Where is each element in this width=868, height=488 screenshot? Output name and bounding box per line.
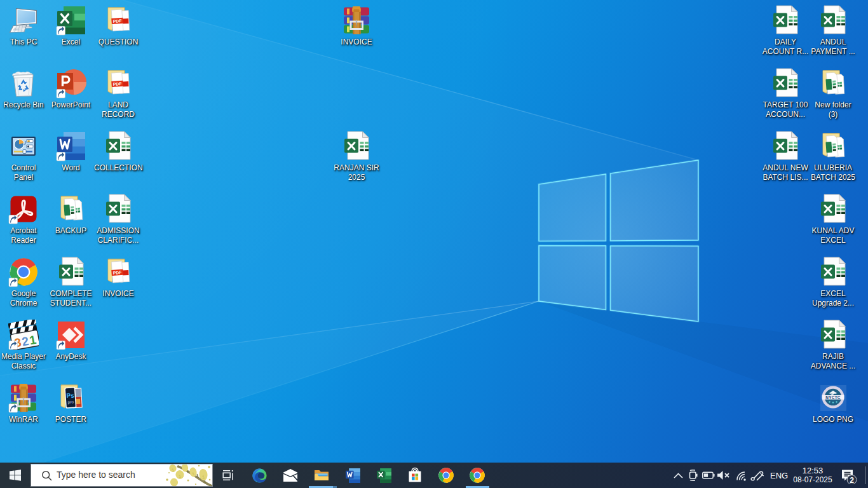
svg-text:2: 2 — [850, 476, 854, 485]
